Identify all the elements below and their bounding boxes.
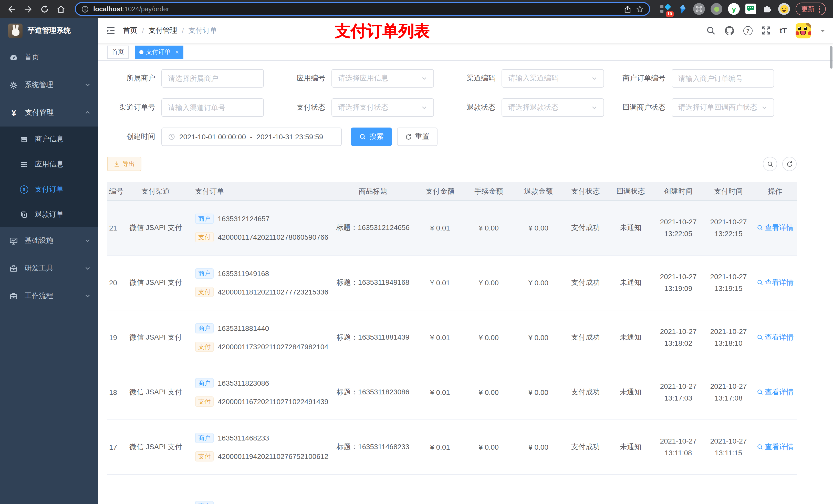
sidebar-item-app-info[interactable]: 应用信息 xyxy=(0,152,98,177)
sidebar-item-system[interactable]: 系统管理 xyxy=(0,71,98,99)
app-logo[interactable]: 芋道管理系统 xyxy=(0,18,98,44)
pay-amount: ¥ 0.01 xyxy=(416,333,463,342)
refresh-icon[interactable] xyxy=(782,157,796,171)
close-icon[interactable]: × xyxy=(175,48,179,55)
magnifier-icon xyxy=(757,389,763,396)
created-time: 2021-10-2713:18:02 xyxy=(653,326,704,349)
caret-down-icon[interactable] xyxy=(820,27,826,33)
back-icon[interactable] xyxy=(5,2,19,16)
date-start: 2021-10-01 00:00:00 xyxy=(179,133,246,141)
product-title: 标题：1635311468233 xyxy=(329,442,416,452)
sidebar-collapse-icon[interactable] xyxy=(105,25,116,35)
chevron-down-icon xyxy=(85,82,91,88)
fee-amount: ¥ 0.00 xyxy=(463,279,514,287)
forward-icon[interactable] xyxy=(22,2,35,16)
profile-avatar[interactable] xyxy=(778,3,790,15)
chevron-down-icon xyxy=(85,293,91,299)
sidebar-item-pay-order[interactable]: ¥ 支付订单 xyxy=(0,177,98,202)
url-bar[interactable]: localhost:1024/pay/order xyxy=(75,2,650,16)
merchant-order-no: 1635311881440 xyxy=(218,324,269,332)
monitor-chart-icon xyxy=(9,236,18,245)
bookmark-star-icon[interactable] xyxy=(636,5,644,13)
app-title: 芋道管理系统 xyxy=(28,26,71,35)
reset-button[interactable]: 重置 xyxy=(397,127,437,146)
help-icon[interactable]: ? xyxy=(743,26,753,35)
puzzle-extensions-icon[interactable] xyxy=(762,4,772,14)
green-dot-extension-icon[interactable] xyxy=(711,3,722,15)
sidebar-item-refund-order[interactable]: 退款订单 xyxy=(0,202,98,227)
sidebar-item-home[interactable]: 首页 xyxy=(0,44,98,71)
sidebar-item-merchant-info[interactable]: 商户信息 xyxy=(0,126,98,152)
gear-icon xyxy=(9,81,18,89)
workspace-extension-icon[interactable]: 10 xyxy=(659,3,672,15)
fullscreen-icon[interactable] xyxy=(761,26,771,35)
merchant-tag: 商户 xyxy=(195,501,214,504)
filter-app: 应用编号 请选择应用信息 xyxy=(277,69,434,88)
tag-pay-order[interactable]: 支付订单 × xyxy=(135,45,184,58)
sidebar: 芋道管理系统 首页 系统管理 ¥ 支付管理 xyxy=(0,18,98,504)
search-button[interactable]: 搜索 xyxy=(351,127,392,146)
filter-row-2: 渠道订单号 支付状态 请选择支付状态 退款状态 请选择退款状态 xyxy=(107,98,833,117)
order-id: 18 xyxy=(107,388,124,397)
notify-status: 未通知 xyxy=(608,278,653,287)
view-detail-link[interactable]: 查看详情 xyxy=(754,442,796,452)
view-detail-link[interactable]: 查看详情 xyxy=(754,223,796,233)
order-id: 19 xyxy=(107,333,124,342)
font-size-icon[interactable]: tT xyxy=(780,26,787,35)
github-icon[interactable] xyxy=(724,25,735,35)
filter-channel-code: 渠道编码 请输入渠道编码 xyxy=(447,69,604,88)
extension-badge: 10 xyxy=(666,11,674,17)
date-range-input[interactable]: 2021-10-01 00:00:00 - 2021-10-31 23:59:5… xyxy=(161,127,342,146)
share-icon[interactable] xyxy=(623,5,632,13)
pay-channel: 微信 JSAPI 支付 xyxy=(124,388,187,397)
breadcrumb-home[interactable]: 首页 xyxy=(123,26,137,35)
merchant-order-line: 商户 1635312124657 xyxy=(195,214,269,224)
update-button[interactable]: 更新 xyxy=(795,3,826,15)
page-scrollbar[interactable] xyxy=(830,46,832,69)
view-detail-link[interactable]: 查看详情 xyxy=(754,333,796,342)
clock-icon xyxy=(168,133,175,140)
filter-channel-order-no: 渠道订单号 xyxy=(107,98,264,117)
pay-order-line: 支付 4200001174202110278060590766 xyxy=(195,232,328,242)
sidebar-item-workflow[interactable]: 工作流程 xyxy=(0,282,98,310)
breadcrumb: 首页 / 支付管理 / 支付订单 xyxy=(123,26,217,35)
tag-home[interactable]: 首页 xyxy=(107,45,128,58)
channel-order-no-input[interactable] xyxy=(161,98,264,117)
refund-status-select[interactable]: 请选择退款状态 xyxy=(502,98,604,117)
filter-merchant: 所属商户 xyxy=(107,69,264,88)
product-title: 标题：1635311949168 xyxy=(329,278,416,287)
home-icon[interactable] xyxy=(54,2,68,16)
table-row: 17 微信 JSAPI 支付 商户 1635311468233 支付 42000… xyxy=(107,420,796,475)
sidebar-item-infra[interactable]: 基础设施 xyxy=(0,227,98,255)
hide-search-icon[interactable] xyxy=(763,157,777,171)
sidebar-item-dev-tools[interactable]: 研发工具 xyxy=(0,255,98,282)
kite-extension-icon[interactable] xyxy=(677,3,688,15)
view-detail-link[interactable]: 查看详情 xyxy=(754,388,796,397)
fee-amount: ¥ 0.00 xyxy=(463,333,514,342)
search-icon[interactable] xyxy=(706,26,716,35)
merchant-order-no: 1635312124657 xyxy=(218,215,269,223)
export-button[interactable]: 导出 xyxy=(107,157,141,171)
site-info-icon[interactable] xyxy=(81,5,89,13)
merchant-input[interactable] xyxy=(161,69,264,88)
pay-amount: ¥ 0.01 xyxy=(416,224,463,232)
created-time: 2021-10-2713:19:09 xyxy=(653,271,704,294)
sidebar-item-payment[interactable]: ¥ 支付管理 xyxy=(0,99,98,126)
user-avatar[interactable] xyxy=(795,23,811,38)
app-select[interactable]: 请选择应用信息 xyxy=(331,69,434,88)
view-detail-link[interactable]: 查看详情 xyxy=(754,278,796,288)
paid-time: 2021-10-2713:19:15 xyxy=(704,271,754,294)
y-extension-icon[interactable]: y xyxy=(728,3,740,15)
browser-menu-icon[interactable] xyxy=(819,5,820,13)
chevron-down-icon xyxy=(85,265,91,271)
notify-status-select[interactable]: 请选择订单回调商户状态 xyxy=(672,98,774,117)
reload-icon[interactable] xyxy=(38,2,51,16)
pay-order-line: 支付 4200001167202110271022491439 xyxy=(195,397,328,407)
magnifier-icon xyxy=(757,224,763,231)
breadcrumb-payment[interactable]: 支付管理 xyxy=(148,26,177,35)
chat-extension-icon[interactable] xyxy=(745,4,756,14)
channel-code-select[interactable]: 请输入渠道编码 xyxy=(502,69,604,88)
pay-status-select[interactable]: 请选择支付状态 xyxy=(331,98,434,117)
command-extension-icon[interactable] xyxy=(693,3,705,15)
merchant-order-no-input[interactable] xyxy=(672,69,774,88)
